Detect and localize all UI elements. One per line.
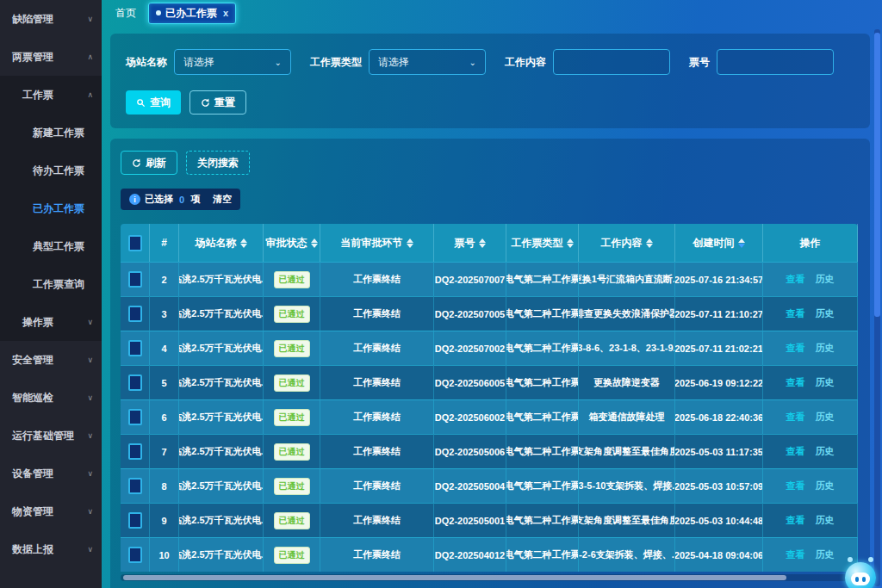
row-checkbox[interactable] xyxy=(128,547,142,563)
column-header-content[interactable]: 工作内容 xyxy=(579,224,675,262)
history-link[interactable]: 历史 xyxy=(816,548,835,561)
query-button[interactable]: 查询 xyxy=(126,90,181,115)
vertical-scrollbar-thumb[interactable] xyxy=(874,33,880,317)
view-link[interactable]: 查看 xyxy=(786,273,805,286)
history-link[interactable]: 历史 xyxy=(816,411,835,424)
station-select[interactable]: 请选择 ⌄ xyxy=(174,49,291,75)
reset-button[interactable]: 重置 xyxy=(189,90,246,115)
cell-created: 2025-05-03 10:57:09 xyxy=(675,468,763,503)
ticket-type-select[interactable]: 请选择 ⌄ xyxy=(369,49,486,75)
row-checkbox[interactable] xyxy=(128,512,142,529)
sort-asc-icon[interactable] xyxy=(311,238,318,243)
view-link[interactable]: 查看 xyxy=(786,307,805,320)
history-link[interactable]: 历史 xyxy=(816,480,835,492)
row-checkbox[interactable] xyxy=(128,478,142,494)
cell-status: 已通过 xyxy=(264,434,320,468)
tab-close-icon[interactable]: x xyxy=(223,8,228,18)
history-link[interactable]: 历史 xyxy=(816,514,835,527)
sidebar-item-安全管理[interactable]: 安全管理∨ xyxy=(0,341,102,379)
cell-index: 10 xyxy=(150,537,179,572)
work-content-input[interactable] xyxy=(553,49,670,75)
sidebar-item-工作票查询[interactable]: 工作票查询 xyxy=(0,265,102,303)
tab-已办工作票[interactable]: 已办工作票x xyxy=(148,3,236,24)
column-header-checkbox[interactable] xyxy=(121,224,150,262)
app-window: 缺陷管理∨两票管理∧工作票∧新建工作票待办工作票已办工作票典型工作票工作票查询操… xyxy=(0,0,882,588)
cell-step: 工作票终结 xyxy=(320,503,434,537)
table-row: 9临洮2.5万千瓦光伏电...已通过工作票终结DQ2-202505001电气第二… xyxy=(121,503,858,537)
sort-asc-icon[interactable] xyxy=(738,238,745,243)
cell-station: 临洮2.5万千瓦光伏电... xyxy=(179,434,264,468)
sort-desc-icon[interactable] xyxy=(240,244,247,248)
view-link[interactable]: 查看 xyxy=(786,376,805,389)
cell-actions: 查看历史 xyxy=(763,331,858,365)
sort-carets-icon xyxy=(646,238,653,248)
sidebar-item-工作票[interactable]: 工作票∧ xyxy=(0,76,102,114)
vertical-scrollbar[interactable] xyxy=(874,29,880,586)
view-link[interactable]: 查看 xyxy=(786,548,805,561)
cell-actions: 查看历史 xyxy=(763,399,858,434)
sidebar-item-操作票[interactable]: 操作票∨ xyxy=(0,303,102,341)
horizontal-scrollbar-thumb[interactable] xyxy=(123,575,786,580)
sidebar-item-数据上报[interactable]: 数据上报∨ xyxy=(0,530,102,568)
ticket-type-field-group: 工作票类型 请选择 ⌄ xyxy=(310,49,486,75)
view-link[interactable]: 查看 xyxy=(786,342,805,355)
history-link[interactable]: 历史 xyxy=(816,273,835,286)
cell-type: 电气第二种工作票 xyxy=(506,468,579,503)
refresh-button[interactable]: 刷新 xyxy=(121,151,177,175)
sidebar-item-典型工作票[interactable]: 典型工作票 xyxy=(0,227,102,265)
tab-首页[interactable]: 首页 xyxy=(115,6,136,21)
row-checkbox[interactable] xyxy=(128,374,142,391)
row-checkbox[interactable] xyxy=(128,271,142,288)
history-link[interactable]: 历史 xyxy=(816,342,835,355)
sidebar-item-运行基础管理[interactable]: 运行基础管理∨ xyxy=(0,417,102,455)
row-checkbox[interactable] xyxy=(128,340,142,356)
sort-desc-icon[interactable] xyxy=(646,244,653,248)
history-link[interactable]: 历史 xyxy=(816,307,835,320)
row-checkbox[interactable] xyxy=(128,306,142,322)
row-checkbox[interactable] xyxy=(128,409,142,425)
column-header-step[interactable]: 当前审批环节 xyxy=(320,224,434,262)
sidebar-item-智能巡检[interactable]: 智能巡检∨ xyxy=(0,379,102,417)
sidebar-item-label: 设备管理 xyxy=(12,467,53,481)
sort-asc-icon[interactable] xyxy=(479,238,486,243)
sort-desc-icon[interactable] xyxy=(738,244,745,248)
ticket-no-input[interactable] xyxy=(717,49,834,75)
clear-selection-link[interactable]: 清空 xyxy=(213,193,232,206)
sidebar-item-设备管理[interactable]: 设备管理∨ xyxy=(0,455,102,492)
select-all-checkbox[interactable] xyxy=(128,235,142,251)
view-link[interactable]: 查看 xyxy=(786,480,805,492)
sort-carets-icon xyxy=(311,238,318,248)
column-header-type[interactable]: 工作票类型 xyxy=(506,224,579,262)
sort-asc-icon[interactable] xyxy=(407,238,413,243)
sort-desc-icon[interactable] xyxy=(479,244,486,248)
close-search-button[interactable]: 关闭搜索 xyxy=(186,151,250,175)
assistant-robot-icon[interactable] xyxy=(842,555,879,588)
column-header-station[interactable]: 场站名称 xyxy=(179,224,264,262)
history-link[interactable]: 历史 xyxy=(816,376,835,389)
view-link[interactable]: 查看 xyxy=(786,411,805,424)
view-link[interactable]: 查看 xyxy=(786,445,805,458)
sidebar-item-新建工作票[interactable]: 新建工作票 xyxy=(0,114,102,152)
column-header-created[interactable]: 创建时间 xyxy=(675,224,763,262)
column-header-status[interactable]: 审批状态 xyxy=(264,224,320,262)
sort-asc-icon[interactable] xyxy=(646,238,653,243)
column-header-ticket_no[interactable]: 票号 xyxy=(434,224,506,262)
history-link[interactable]: 历史 xyxy=(816,445,835,458)
sort-desc-icon[interactable] xyxy=(407,244,413,248)
table-body: 2临洮2.5万千瓦光伏电...已通过工作票终结DQ2-202507007电气第二… xyxy=(121,262,858,572)
cell-type: 电气第二种工作票 xyxy=(506,399,579,434)
station-field-group: 场站名称 请选择 ⌄ xyxy=(126,49,291,75)
sort-asc-icon[interactable] xyxy=(567,238,574,243)
horizontal-scrollbar[interactable] xyxy=(121,574,858,581)
sidebar-item-已办工作票[interactable]: 已办工作票 xyxy=(0,189,102,227)
sidebar-item-缺陷管理[interactable]: 缺陷管理∨ xyxy=(0,0,102,38)
sort-asc-icon[interactable] xyxy=(240,238,247,243)
tab-bar: 首页已办工作票x xyxy=(102,0,882,26)
sidebar-item-物资管理[interactable]: 物资管理∨ xyxy=(0,492,102,530)
sidebar-item-两票管理[interactable]: 两票管理∧ xyxy=(0,38,102,76)
view-link[interactable]: 查看 xyxy=(786,514,805,527)
sort-desc-icon[interactable] xyxy=(567,244,574,248)
row-checkbox[interactable] xyxy=(128,443,142,460)
sort-desc-icon[interactable] xyxy=(311,244,318,248)
sidebar-item-待办工作票[interactable]: 待办工作票 xyxy=(0,152,102,189)
